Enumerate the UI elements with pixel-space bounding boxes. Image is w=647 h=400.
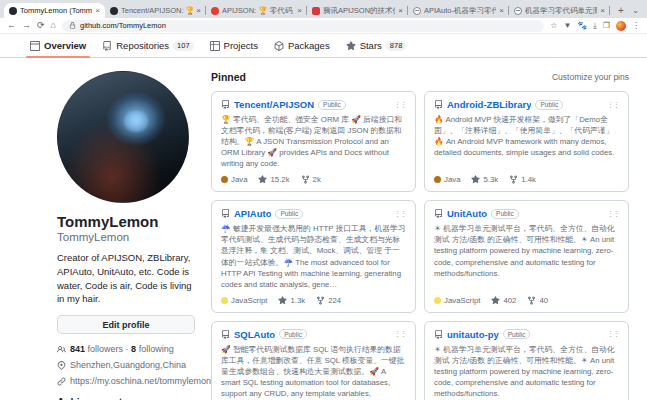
new-tab-button[interactable]: +: [614, 3, 628, 17]
customize-pins-link[interactable]: Customize your pins: [552, 72, 629, 82]
browser-tab-0[interactable]: TommyLemon (TommyLemon)×: [4, 3, 105, 18]
repo-link[interactable]: APIAuto: [234, 208, 271, 219]
home-icon[interactable]: ⌂: [51, 21, 56, 30]
ext-paw-icon[interactable]: 🐾: [577, 22, 587, 30]
star-count[interactable]: 5.3k: [471, 175, 498, 184]
fork-count[interactable]: 40: [527, 296, 548, 305]
pinned-card-0: Tencent/APIJSONPublic⋮⋮🏆 零代码、全功能、强安全 ORM…: [211, 91, 416, 192]
repo-link[interactable]: Tencent/APIJSON: [234, 99, 314, 110]
star-value: 5.3k: [483, 175, 498, 184]
tab-title: 机器学习零代码单元测试平台: [525, 6, 597, 16]
fork-count[interactable]: 1.4k: [509, 175, 536, 184]
nav-tab-repositories[interactable]: Repositories107: [102, 34, 193, 57]
browser-menu-icon[interactable]: ⋮: [632, 22, 640, 30]
tab-close-icon[interactable]: ×: [499, 6, 504, 15]
nav-tab-packages[interactable]: Packages: [274, 34, 330, 57]
table-icon: [210, 41, 220, 51]
fork-count[interactable]: 224: [316, 296, 341, 305]
drag-grip-icon[interactable]: ⋮⋮: [394, 101, 406, 109]
tab-close-icon[interactable]: ×: [95, 6, 100, 15]
star-value: 1.3k: [290, 296, 305, 305]
ext-v-icon[interactable]: ▼: [563, 22, 571, 30]
repo-description: ☀ 机器学习单元测试平台，零代码、全方位、自动化 测试 方法/函数 的正确性、可…: [434, 344, 619, 399]
profile-nav: OverviewRepositories107ProjectsPackagesS…: [0, 34, 647, 58]
nav-tab-overview[interactable]: Overview: [30, 34, 86, 57]
nav-tab-label: Stars: [360, 40, 382, 51]
nav-tab-label: Repositories: [116, 40, 169, 51]
back-icon[interactable]: ←: [7, 21, 16, 30]
star-icon: [346, 41, 356, 51]
followers-row[interactable]: 841 followers · 8 following: [57, 344, 195, 354]
github-favicon: [110, 7, 118, 15]
ext-window-icon[interactable]: ❐: [603, 22, 610, 30]
star-count[interactable]: 402: [491, 296, 516, 305]
reload-icon[interactable]: ⟳: [37, 21, 45, 30]
profile-name: TommyLemon: [57, 213, 195, 231]
drag-grip-icon[interactable]: ⋮⋮: [607, 101, 619, 109]
ext-download-icon[interactable]: ⤓: [593, 22, 597, 30]
public-badge: Public: [491, 209, 519, 219]
repo-description: ☀ 机器学习单元测试平台，零代码、全方位、自动化 测试 方法/函数 的正确性、可…: [434, 223, 619, 278]
repo-icon: [434, 330, 443, 339]
repo-icon: [221, 330, 230, 339]
profile-login: TommyLemon: [57, 231, 195, 243]
public-badge: Public: [279, 329, 307, 339]
github-favicon: [9, 7, 17, 15]
address-bar[interactable]: github.com/TommyLemon: [62, 20, 544, 32]
browser-tab-2[interactable]: APIJSON: 🏆 零代码、全功能×: [206, 3, 307, 18]
repo-link[interactable]: unitauto-py: [447, 329, 499, 340]
tab-list-chevron-icon[interactable]: ⌄: [632, 6, 639, 15]
bookmark-star-icon[interactable]: ☆: [550, 22, 557, 30]
repo-description: ☔ 敏捷开发最强大易用的 HTTP 接口工具，机器学习零代码测试、生成代码与静态…: [221, 223, 406, 289]
nav-tab-projects[interactable]: Projects: [210, 34, 258, 57]
fork-value: 40: [539, 296, 548, 305]
pinned-cards: Tencent/APIJSONPublic⋮⋮🏆 零代码、全功能、强安全 ORM…: [211, 91, 629, 400]
nav-tab-stars[interactable]: Stars878: [346, 34, 407, 57]
tab-title: 腾讯APIJSON的技术优势: [323, 6, 395, 16]
browser-tab-4[interactable]: APIAuto-机器学习零代码接口测试×: [408, 3, 509, 18]
repo-link[interactable]: Android-ZBLibrary: [447, 99, 531, 110]
drag-grip-icon[interactable]: ⋮⋮: [394, 210, 406, 218]
star-count[interactable]: 1.3k: [278, 296, 305, 305]
nav-tab-counter: 878: [386, 41, 407, 51]
repo-link[interactable]: SQLAuto: [234, 329, 275, 340]
pinned-card-5: unitauto-pyPublic⋮⋮☀ 机器学习单元测试平台，零代码、全方位、…: [424, 321, 629, 400]
public-badge: Public: [318, 100, 346, 110]
card-header: UnitAutoPublic⋮⋮: [434, 208, 619, 219]
lock-icon: [69, 22, 76, 29]
tab-close-icon[interactable]: ×: [196, 6, 201, 15]
browser-tab-5[interactable]: 机器学习零代码单元测试平台×: [509, 3, 610, 18]
nav-tab-label: Projects: [224, 40, 258, 51]
repo-description: 🏆 零代码、全功能、强安全 ORM 库 🚀 后端接口和文档零代码，前端(客户端)…: [221, 114, 406, 169]
edit-profile-button[interactable]: Edit profile: [57, 315, 195, 334]
main-column: Pinned Customize your pins Tencent/APIJS…: [211, 71, 629, 400]
language-dot: [434, 297, 441, 304]
tab-close-icon[interactable]: ×: [398, 6, 403, 15]
tab-title: Tencent/APIJSON: 🏆 零代码: [121, 6, 193, 16]
browser-tab-1[interactable]: Tencent/APIJSON: 🏆 零代码×: [105, 3, 206, 18]
tab-close-icon[interactable]: ×: [600, 6, 605, 15]
forward-icon[interactable]: →: [22, 21, 31, 30]
fork-value: 224: [328, 296, 341, 305]
star-icon: [491, 296, 500, 305]
package-icon: [274, 41, 284, 51]
repo-language: Java: [221, 175, 247, 184]
browser-profile-avatar[interactable]: [616, 21, 626, 31]
drag-grip-icon[interactable]: ⋮⋮: [607, 210, 619, 218]
repo-link[interactable]: UnitAuto: [447, 208, 487, 219]
drag-grip-icon[interactable]: ⋮⋮: [394, 330, 406, 338]
browser-tab-3[interactable]: 腾讯APIJSON的技术优势×: [307, 3, 408, 18]
profile-avatar[interactable]: [57, 71, 189, 203]
star-count[interactable]: 15.2k: [258, 175, 289, 184]
pinned-title: Pinned: [211, 71, 246, 83]
language-name: Java: [231, 175, 247, 184]
drag-grip-icon[interactable]: ⋮⋮: [607, 330, 619, 338]
repo-language: Java: [434, 175, 460, 184]
star-icon: [278, 296, 287, 305]
profile-bio: Creator of APIJSON, ZBLibrary, APIAuto, …: [57, 251, 195, 306]
fork-count[interactable]: 2k: [301, 175, 321, 184]
tab-close-icon[interactable]: ×: [297, 6, 302, 15]
card-header: Tencent/APIJSONPublic⋮⋮: [221, 99, 406, 110]
website-link[interactable]: https://my.oschina.net/tommylemon: [70, 376, 211, 386]
website-row[interactable]: https://my.oschina.net/tommylemon: [57, 376, 195, 386]
